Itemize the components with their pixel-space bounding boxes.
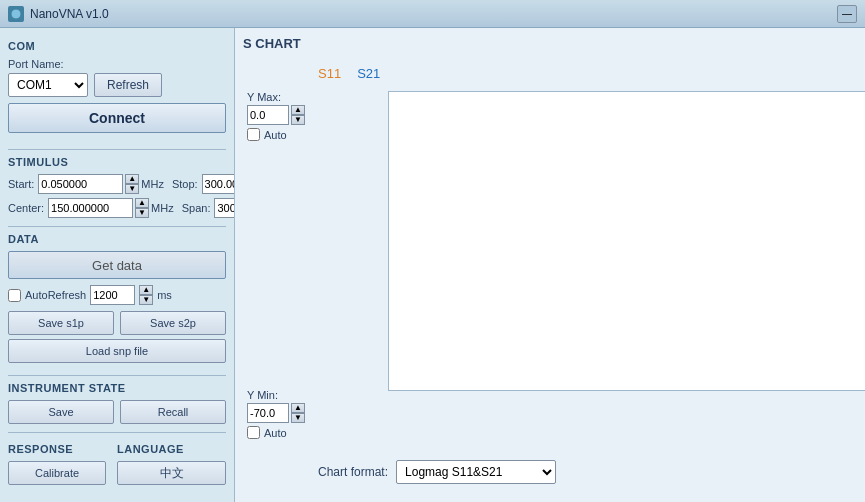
start-input[interactable] [38,174,123,194]
chart-format-bar: Chart format: Logmag S11&S21 Logmag S11 … [318,460,556,484]
y-min-auto-row: Auto [247,426,312,439]
minimize-button[interactable]: — [837,5,857,23]
s21-label: S21 [357,66,380,81]
legend: S11 S21 [318,66,380,81]
start-row: Start: ▲ ▼ MHz Stop: ▲ ▼ MHz [8,174,226,194]
port-select[interactable]: COM1 COM2 COM3 [8,73,88,97]
y-min-input[interactable] [247,403,289,423]
save-s1p-button[interactable]: Save s1p [8,311,114,335]
refresh-interval-input[interactable] [90,285,135,305]
center-label: Center: [8,202,44,214]
y-min-spin-down[interactable]: ▼ [291,413,305,423]
titlebar: NanoVNA v1.0 — [0,0,865,28]
com-title: COM [8,40,226,52]
save-instrument-button[interactable]: Save [8,400,114,424]
stimulus-section: STIMULUS Start: ▲ ▼ MHz Stop: ▲ ▼ [8,156,226,218]
stimulus-title: STIMULUS [8,156,226,168]
start-spin: ▲ ▼ [125,174,139,194]
center-spin-up[interactable]: ▲ [135,198,149,208]
y-max-auto-label: Auto [264,129,287,141]
y-min-controls: Y Min: ▲ ▼ Auto [247,389,312,439]
instrument-section: INSTRUMENT STATE Save Recall [8,382,226,424]
left-panel: COM Port Name: COM1 COM2 COM3 Refresh Co… [0,28,235,502]
window-controls[interactable]: — [837,5,857,23]
data-title: DATA [8,233,226,245]
autorefresh-checkbox[interactable] [8,289,21,302]
right-inner: S CHART S11 S21 Y Max: ▲ ▼ Auto [243,36,857,494]
load-snp-button[interactable]: Load snp file [8,339,226,363]
interval-spin-down[interactable]: ▼ [139,295,153,305]
start-input-wrap: ▲ ▼ MHz [38,174,164,194]
app-icon [8,6,24,22]
s11-label: S11 [318,66,341,81]
center-input[interactable] [48,198,133,218]
y-max-label: Y Max: [247,91,312,103]
stop-input[interactable] [202,174,235,194]
refresh-button[interactable]: Refresh [94,73,162,97]
y-max-spin-down[interactable]: ▼ [291,115,305,125]
stop-label: Stop: [172,178,198,190]
y-max-input-row: ▲ ▼ [247,105,312,125]
y-max-controls: Y Max: ▲ ▼ Auto [247,91,312,141]
y-min-spin-up[interactable]: ▲ [291,403,305,413]
start-spin-down[interactable]: ▼ [125,184,139,194]
port-name-label: Port Name: [8,58,226,70]
chart-area [388,91,865,391]
y-max-spin-up[interactable]: ▲ [291,105,305,115]
y-max-input[interactable] [247,105,289,125]
stop-input-wrap: ▲ ▼ MHz [202,174,235,194]
right-panel: S CHART S11 S21 Y Max: ▲ ▼ Auto [235,28,865,502]
y-min-auto-checkbox[interactable] [247,426,260,439]
start-label: Start: [8,178,34,190]
center-spin: ▲ ▼ [135,198,149,218]
response-lang-row: RESPONSE Calibrate LANGUAGE 中文 [8,439,226,485]
connect-button[interactable]: Connect [8,103,226,133]
port-row: COM1 COM2 COM3 Refresh [8,73,226,97]
language-title: LANGUAGE [117,443,226,455]
y-min-auto-label: Auto [264,427,287,439]
span-input[interactable] [214,198,235,218]
y-max-auto-checkbox[interactable] [247,128,260,141]
y-min-label: Y Min: [247,389,312,401]
app-title: NanoVNA v1.0 [30,7,109,21]
get-data-button[interactable]: Get data [8,251,226,279]
response-col: RESPONSE Calibrate [8,439,117,485]
start-unit: MHz [141,178,164,190]
autorefresh-row: AutoRefresh ▲ ▼ ms [8,285,226,305]
data-section: DATA Get data AutoRefresh ▲ ▼ ms Save s1… [8,233,226,367]
interval-spin-up[interactable]: ▲ [139,285,153,295]
start-spin-up[interactable]: ▲ [125,174,139,184]
schart-title: S CHART [243,36,857,51]
center-spin-down[interactable]: ▼ [135,208,149,218]
center-input-wrap: ▲ ▼ MHz [48,198,174,218]
y-min-input-row: ▲ ▼ [247,403,312,423]
recall-button[interactable]: Recall [120,400,226,424]
y-min-spin: ▲ ▼ [291,403,305,423]
span-input-wrap: ▲ ▼ MHz [214,198,235,218]
save-s2p-button[interactable]: Save s2p [120,311,226,335]
instrument-row: Save Recall [8,400,226,424]
save-row: Save s1p Save s2p [8,311,226,335]
instrument-title: INSTRUMENT STATE [8,382,226,394]
language-col: LANGUAGE 中文 [117,439,226,485]
titlebar-left: NanoVNA v1.0 [8,6,109,22]
chart-format-select[interactable]: Logmag S11&S21 Logmag S11 Logmag S21 Pha… [396,460,556,484]
main-container: COM Port Name: COM1 COM2 COM3 Refresh Co… [0,28,865,502]
chart-format-label: Chart format: [318,465,388,479]
response-title: RESPONSE [8,443,117,455]
span-label: Span: [182,202,211,214]
y-max-spin: ▲ ▼ [291,105,305,125]
y-max-auto-row: Auto [247,128,312,141]
autorefresh-label: AutoRefresh [25,289,86,301]
center-unit: MHz [151,202,174,214]
svg-point-0 [11,9,21,19]
ms-label: ms [157,289,172,301]
chinese-button[interactable]: 中文 [117,461,226,485]
calibrate-button[interactable]: Calibrate [8,461,106,485]
interval-spin: ▲ ▼ [139,285,153,305]
center-row: Center: ▲ ▼ MHz Span: ▲ ▼ MHz [8,198,226,218]
com-section: COM Port Name: COM1 COM2 COM3 Refresh Co… [8,40,226,141]
